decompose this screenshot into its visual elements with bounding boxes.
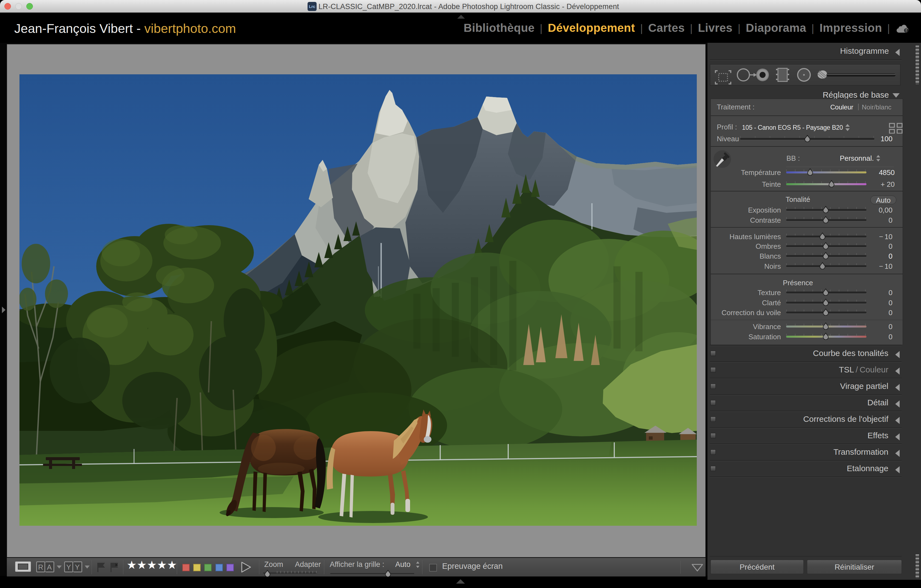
svg-text:!: !	[905, 28, 907, 33]
